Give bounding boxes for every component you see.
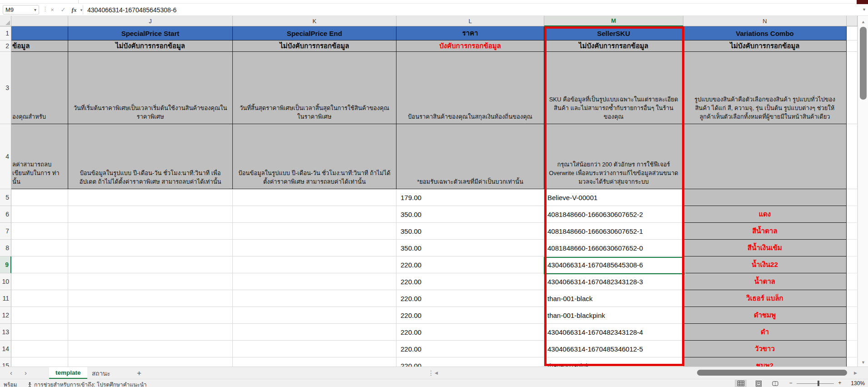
column-header-l[interactable]: L bbox=[396, 16, 544, 26]
requirement-cell-mandatory[interactable]: บังคับการกรอกข้อมูล bbox=[396, 40, 544, 52]
add-sheet-icon[interactable]: + bbox=[134, 368, 144, 378]
requirement-cell[interactable]: ข้อมูล bbox=[11, 40, 68, 52]
select-all-corner[interactable] bbox=[0, 16, 11, 26]
price-cell[interactable]: 350.00 bbox=[396, 206, 544, 223]
column-header-m-selected[interactable]: M bbox=[544, 16, 683, 26]
sku-cell[interactable]: than-001-blackpink bbox=[544, 307, 683, 324]
description-cell[interactable]: ป้อนราคาสินค้าของคุณในสกุลเงินท้องถิ่นขอ… bbox=[396, 52, 544, 124]
row-header[interactable]: 11 bbox=[0, 290, 11, 307]
description-cell[interactable]: รูปแบบของสินค้าคือตัวเลือกของสินค้า รูปแ… bbox=[683, 52, 847, 124]
row-header[interactable]: 5 bbox=[0, 189, 11, 206]
note-cell[interactable]: ป้อนข้อมูลในรูปแบบ ปี-เดือน-วัน ชั่วโมง:… bbox=[68, 124, 233, 189]
price-cell[interactable]: 350.00 bbox=[396, 240, 544, 256]
name-box[interactable]: M9 ▾ bbox=[3, 5, 39, 15]
variation-cell[interactable]: สีน้ำตาล bbox=[683, 223, 847, 240]
page-layout-view-icon[interactable] bbox=[753, 380, 764, 387]
sku-cell[interactable]: 4081848660-1660630607652-1 bbox=[544, 223, 683, 240]
sheet-prev-icon[interactable]: ‹ bbox=[10, 369, 12, 377]
row-header[interactable]: 4 bbox=[0, 124, 11, 189]
column-header-j[interactable]: J bbox=[68, 16, 233, 26]
header-cell[interactable]: SellerSKU bbox=[544, 26, 683, 40]
row-header[interactable]: 3 bbox=[0, 52, 11, 124]
variation-cell[interactable]: ชมพู2 bbox=[683, 357, 847, 367]
insert-function-icon[interactable]: fx bbox=[69, 5, 79, 15]
variation-cell[interactable]: น้ำตาล bbox=[683, 273, 847, 290]
price-cell[interactable]: 350.00 bbox=[396, 223, 544, 240]
requirement-cell[interactable]: ไม่บังคับการกรอกข้อมูล bbox=[68, 40, 233, 52]
description-cell[interactable]: SKU คือข้อมูลที่เป็นรูปแบบเฉพาะในแต่รายล… bbox=[544, 52, 683, 124]
sku-cell[interactable]: 4304066314-1670482343128-3 bbox=[544, 273, 683, 290]
sku-cell[interactable]: 4081848660-1660630607652-2 bbox=[544, 206, 683, 223]
note-cell[interactable]: กรุณาใส่น้อยกว่า 200 ตัวอักษร การใช้ฟีเจ… bbox=[544, 124, 683, 189]
price-cell[interactable]: 220.00 bbox=[396, 324, 544, 341]
scroll-right-icon[interactable]: ▶ bbox=[854, 371, 857, 375]
row-header[interactable]: 1 bbox=[0, 26, 11, 40]
price-cell[interactable]: 220.00 bbox=[396, 273, 544, 290]
variation-cell[interactable]: วิเธอร์ แบล็ก bbox=[683, 290, 847, 307]
variation-cell[interactable]: ดำ bbox=[683, 324, 847, 341]
sku-cell[interactable]: Believe-V-00001 bbox=[544, 189, 683, 206]
sku-cell[interactable]: 4304066314-1670482343128-4 bbox=[544, 324, 683, 341]
description-cell[interactable]: วันที่เริ่มต้นราคาพิเศษเป็นเวลาเริ่มต้นใ… bbox=[68, 52, 233, 124]
column-header-k[interactable]: K bbox=[233, 16, 396, 26]
column-header-i[interactable] bbox=[11, 16, 68, 26]
row-header[interactable]: 7 bbox=[0, 223, 11, 240]
note-cell[interactable]: *ยอมรับเฉพาะตัวเลขที่มีค่าเป็นบวกเท่านั้… bbox=[396, 124, 544, 189]
sheet-tab-template[interactable]: template bbox=[49, 367, 87, 379]
requirement-cell[interactable]: ไม่บังคับการกรอกข้อมูล bbox=[683, 40, 847, 52]
header-cell[interactable]: ราคา bbox=[396, 26, 544, 40]
requirement-cell[interactable]: ไม่บังคับการกรอกข้อมูล bbox=[233, 40, 396, 52]
accessibility-status[interactable]: การช่วยสำหรับการเข้าถึง: โปรดศึกษาคำแนะน… bbox=[27, 380, 147, 387]
price-cell[interactable]: 220.00 bbox=[396, 341, 544, 357]
sku-cell[interactable]: 4304066314-1670485346012-5 bbox=[544, 341, 683, 357]
page-break-preview-icon[interactable] bbox=[769, 380, 781, 387]
note-cell[interactable] bbox=[683, 124, 847, 189]
price-cell[interactable]: 220.00 bbox=[396, 357, 544, 367]
sku-cell[interactable]: 4081848660-1660630607652-0 bbox=[544, 240, 683, 256]
row-header[interactable]: 6 bbox=[0, 206, 11, 223]
zoom-slider-thumb[interactable] bbox=[818, 381, 819, 386]
vertical-scrollbar-thumb[interactable] bbox=[860, 27, 867, 100]
window-close-button[interactable] bbox=[857, 0, 868, 4]
formula-input[interactable]: 4304066314-1670485645308-6 bbox=[87, 5, 851, 15]
description-cell[interactable]: วันที่สิ้นสุดราคาพิเศษเป็นเวลาสิ้นสุดในก… bbox=[233, 52, 396, 124]
scroll-down-icon[interactable]: ▼ bbox=[858, 360, 868, 365]
scroll-up-icon[interactable]: ▲ bbox=[858, 20, 868, 24]
zoom-slider-track[interactable] bbox=[797, 383, 834, 384]
expand-formula-bar-icon[interactable]: ▾ bbox=[863, 7, 865, 12]
row-header[interactable]: 14 bbox=[0, 341, 11, 357]
price-cell[interactable]: 220.00 bbox=[396, 307, 544, 324]
variation-cell[interactable]: วัวขาว bbox=[683, 341, 847, 357]
row-header[interactable]: 2 bbox=[0, 40, 11, 52]
row-header-active[interactable]: 9 bbox=[0, 256, 11, 273]
enter-icon[interactable]: ✓ bbox=[58, 5, 68, 15]
sheet-next-icon[interactable]: › bbox=[25, 369, 27, 377]
note-cell[interactable]: ลค่าสามารถลบ เขียนทับในการ ท่านั้น bbox=[11, 124, 68, 189]
header-cell[interactable] bbox=[11, 26, 68, 40]
sku-cell[interactable]: than-001-pink bbox=[544, 357, 683, 367]
price-cell[interactable]: 179.00 bbox=[396, 189, 544, 206]
horizontal-scrollbar-thumb[interactable] bbox=[697, 370, 847, 376]
note-cell[interactable]: ป้อนข้อมูลในรูปแบบ ปี-เดือน-วัน ชั่วโมง:… bbox=[233, 124, 396, 189]
name-box-chevron-icon[interactable]: ▾ bbox=[34, 7, 36, 12]
variation-cell[interactable]: แดง bbox=[683, 206, 847, 223]
tab-scrollbar-splitter-icon[interactable]: ⋮ bbox=[428, 369, 434, 377]
row-header[interactable]: 15 bbox=[0, 357, 11, 367]
row-header[interactable]: 10 bbox=[0, 273, 11, 290]
requirement-cell[interactable]: ไม่บังคับการกรอกข้อมูล bbox=[544, 40, 683, 52]
zoom-level[interactable]: 130% bbox=[847, 380, 865, 387]
sku-cell[interactable]: than-001-black bbox=[544, 290, 683, 307]
row-header[interactable]: 8 bbox=[0, 240, 11, 256]
sheet-tab-status[interactable]: สถานะ bbox=[85, 367, 116, 379]
normal-view-icon[interactable] bbox=[735, 380, 747, 387]
vertical-scrollbar[interactable]: ▲ ▼ bbox=[858, 16, 868, 367]
column-header-n[interactable]: N bbox=[683, 16, 847, 26]
price-cell[interactable]: 220.00 bbox=[396, 256, 544, 273]
cancel-icon[interactable]: × bbox=[47, 5, 57, 15]
header-cell[interactable]: SpecialPrice Start bbox=[68, 26, 233, 40]
header-cell[interactable]: Variations Combo bbox=[683, 26, 847, 40]
fx-chevron-icon[interactable]: ▾ bbox=[78, 5, 85, 15]
price-cell[interactable]: 220.00 bbox=[396, 290, 544, 307]
variation-cell[interactable]: สีน้ำเงินเข้ม bbox=[683, 240, 847, 256]
variation-cell[interactable]: น้ำเงิน22 bbox=[683, 256, 847, 273]
